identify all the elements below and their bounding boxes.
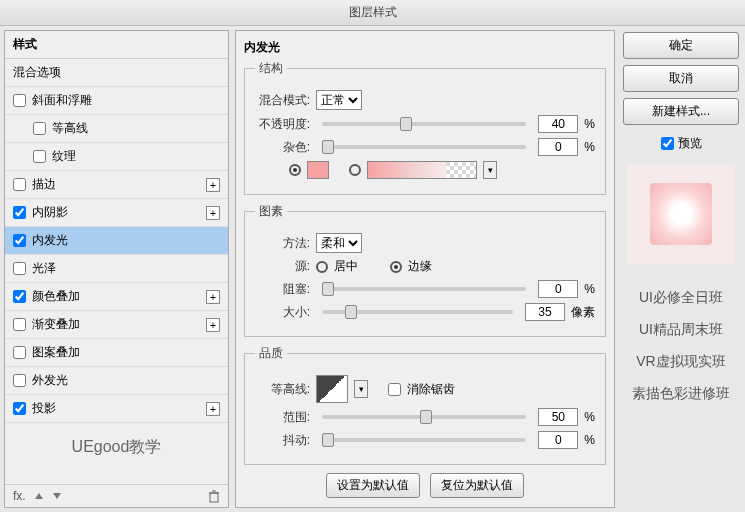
style-label: 投影 [32,400,56,417]
style-checkbox[interactable] [13,318,26,331]
choke-unit: % [584,282,595,296]
style-checkbox[interactable] [33,150,46,163]
source-edge-radio[interactable] [390,261,402,273]
source-center-label: 居中 [334,258,358,275]
trash-icon[interactable] [208,490,220,503]
style-row[interactable]: 图案叠加 [5,339,228,367]
source-center-radio[interactable] [316,261,328,273]
style-checkbox[interactable] [13,262,26,275]
noise-slider[interactable] [322,145,526,149]
style-checkbox[interactable] [13,402,26,415]
size-slider[interactable] [322,310,513,314]
antialias-checkbox[interactable] [388,383,401,396]
preview-checkbox[interactable] [661,137,674,150]
panel-title: 内发光 [244,39,606,56]
styles-head: 样式 [5,31,228,59]
layer-style-dialog: 图层样式 样式 混合选项 斜面和浮雕等高线纹理描边+内阴影+内发光光泽颜色叠加+… [0,0,745,512]
style-row[interactable]: 内发光 [5,227,228,255]
style-checkbox[interactable] [13,178,26,191]
style-checkbox[interactable] [13,94,26,107]
opacity-label: 不透明度: [255,116,310,133]
style-checkbox[interactable] [33,122,46,135]
style-row[interactable]: 内阴影+ [5,199,228,227]
preview-box [627,164,735,264]
reset-default-button[interactable]: 复位为默认值 [430,473,524,498]
style-checkbox[interactable] [13,234,26,247]
opacity-unit: % [584,117,595,131]
structure-legend: 结构 [255,60,287,77]
structure-group: 结构 混合模式: 正常 不透明度: % 杂色: % [244,60,606,195]
add-instance-icon[interactable]: + [206,402,220,416]
add-instance-icon[interactable]: + [206,178,220,192]
gradient-dropdown-icon[interactable]: ▾ [483,161,497,179]
style-row[interactable]: 光泽 [5,255,228,283]
style-label: 外发光 [32,372,68,389]
source-edge-label: 边缘 [408,258,432,275]
style-label: 纹理 [52,148,76,165]
window-title: 图层样式 [0,0,745,26]
color-source-radio[interactable] [289,164,301,176]
arrow-down-icon[interactable] [52,491,62,501]
style-label: 内发光 [32,232,68,249]
fx-label[interactable]: fx. [13,489,26,503]
styles-footer: fx. [5,484,228,507]
set-default-button[interactable]: 设置为默认值 [326,473,420,498]
style-checkbox[interactable] [13,346,26,359]
range-input[interactable] [538,408,578,426]
style-checkbox[interactable] [13,206,26,219]
action-panel: 确定 取消 新建样式... 预览 UI必修全日班 UI精品周末班 VR虚拟现实班… [621,30,741,508]
add-instance-icon[interactable]: + [206,318,220,332]
method-select[interactable]: 柔和 [316,233,362,253]
choke-slider[interactable] [322,287,526,291]
size-input[interactable] [525,303,565,321]
style-row[interactable]: 纹理 [5,143,228,171]
gradient-swatch[interactable] [367,161,477,179]
blend-options-row[interactable]: 混合选项 [5,59,228,87]
style-label: 描边 [32,176,56,193]
range-label: 范围: [255,409,310,426]
add-instance-icon[interactable]: + [206,206,220,220]
opacity-slider[interactable] [322,122,526,126]
style-row[interactable]: 颜色叠加+ [5,283,228,311]
style-row[interactable]: 投影+ [5,395,228,423]
contour-dropdown-icon[interactable]: ▾ [354,380,368,398]
contour-picker[interactable] [316,375,348,403]
jitter-input[interactable] [538,431,578,449]
antialias-label: 消除锯齿 [407,381,455,398]
add-instance-icon[interactable]: + [206,290,220,304]
jitter-slider[interactable] [322,438,526,442]
noise-input[interactable] [538,138,578,156]
arrow-up-icon[interactable] [34,491,44,501]
style-label: 斜面和浮雕 [32,92,92,109]
new-style-button[interactable]: 新建样式... [623,98,739,125]
blend-options-label: 混合选项 [13,64,61,81]
quality-group: 品质 等高线: ▾ 消除锯齿 范围: % 抖动: [244,345,606,465]
promo-text-1: UI必修全日班 [623,284,739,310]
style-row[interactable]: 外发光 [5,367,228,395]
settings-panel: 内发光 结构 混合模式: 正常 不透明度: % 杂色: % [235,30,615,508]
blend-mode-select[interactable]: 正常 [316,90,362,110]
color-swatch[interactable] [307,161,329,179]
style-row[interactable]: 等高线 [5,115,228,143]
choke-input[interactable] [538,280,578,298]
contour-label: 等高线: [255,381,310,398]
styles-list-panel: 样式 混合选项 斜面和浮雕等高线纹理描边+内阴影+内发光光泽颜色叠加+渐变叠加+… [4,30,229,508]
blend-mode-label: 混合模式: [255,92,310,109]
cancel-button[interactable]: 取消 [623,65,739,92]
style-label: 渐变叠加 [32,316,80,333]
ok-button[interactable]: 确定 [623,32,739,59]
svg-rect-0 [210,493,218,502]
gradient-source-radio[interactable] [349,164,361,176]
style-checkbox[interactable] [13,290,26,303]
noise-label: 杂色: [255,139,310,156]
elements-legend: 图素 [255,203,287,220]
range-slider[interactable] [322,415,526,419]
range-unit: % [584,410,595,424]
method-label: 方法: [255,235,310,252]
style-row[interactable]: 描边+ [5,171,228,199]
opacity-input[interactable] [538,115,578,133]
style-checkbox[interactable] [13,374,26,387]
jitter-unit: % [584,433,595,447]
style-row[interactable]: 斜面和浮雕 [5,87,228,115]
style-row[interactable]: 渐变叠加+ [5,311,228,339]
